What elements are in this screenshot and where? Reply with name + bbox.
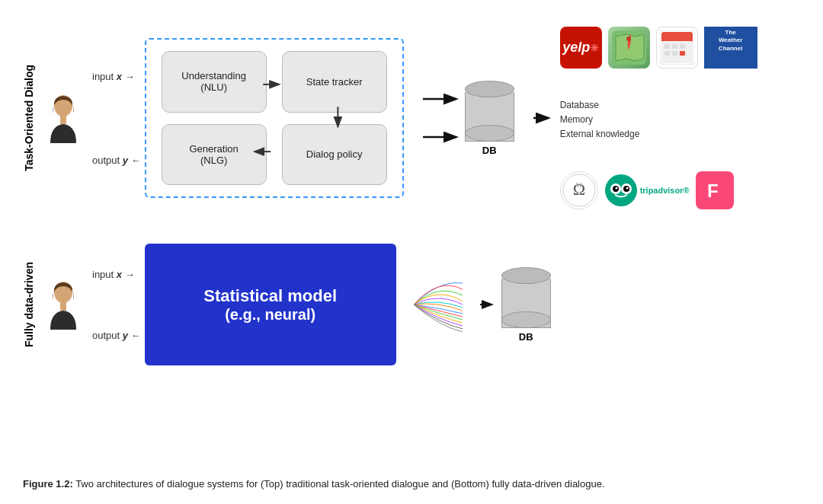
avatar-top — [43, 94, 85, 143]
svg-point-10 — [626, 37, 631, 41]
db-top-bottom — [501, 267, 551, 284]
nlg-module: Generation(NLG) — [162, 124, 267, 186]
map-icon — [608, 27, 650, 69]
right-icons-area: yelp✳ — [560, 27, 757, 209]
avatar-area-top — [43, 34, 85, 202]
svg-rect-17 — [664, 51, 670, 56]
avatar-bottom — [43, 280, 85, 330]
db-label-top: DB — [482, 145, 497, 156]
svg-point-23 — [605, 174, 637, 206]
knowledge-labels: Database Memory External knowledge — [560, 98, 640, 142]
top-icons-row: yelp✳ — [560, 27, 757, 69]
figure-caption: Figure 1.2: Two architectures of dialogu… — [23, 477, 800, 493]
state-tracker-module: State tracker — [282, 51, 387, 113]
statistical-model-box: Statistical model (e.g., neural) — [145, 244, 396, 365]
neural-cables — [408, 274, 469, 335]
top-section: Task-Oriented Dialog input x → o — [23, 15, 800, 221]
svg-rect-1 — [60, 115, 66, 124]
svg-rect-18 — [672, 51, 677, 56]
db-bottom — [465, 125, 514, 142]
bottom-icons-row: Ω W — [560, 171, 734, 209]
db-label-bottom: DB — [519, 331, 533, 343]
db-to-icons-arrow — [533, 95, 552, 141]
bottom-left-label: Fully data-driven — [23, 262, 35, 347]
cables-arrow-svg — [480, 293, 495, 316]
model-line1: Statistical model — [203, 286, 337, 306]
output-label-bottom: output y ← — [92, 330, 141, 341]
main-container: Task-Oriented Dialog input x → o — [0, 0, 823, 504]
figure-label: Figure 1.2: — [23, 478, 73, 490]
svg-rect-33 — [60, 301, 66, 311]
db-top — [465, 81, 514, 97]
pipeline-to-db-svg — [423, 72, 461, 164]
svg-rect-19 — [680, 51, 685, 56]
pipeline-container: Understanding(NLU) State tracker Generat… — [145, 38, 419, 198]
nlu-module: Understanding(NLU) — [162, 51, 267, 113]
cables-to-db-arrow — [480, 293, 495, 316]
foursquare-icon: F — [696, 171, 734, 209]
model-line2: (e.g., neural) — [225, 306, 315, 324]
svg-rect-14 — [664, 44, 670, 49]
db-cylinder-top — [465, 81, 514, 142]
weather-channel-icon: TheWeatherChannel — [704, 27, 757, 69]
svg-rect-12 — [661, 32, 693, 43]
to-db-arrows — [423, 72, 461, 164]
tripadvisor-icon: tripadvisor® — [604, 174, 690, 207]
avatar-area-bottom — [43, 244, 85, 365]
io-labels-top: input x → output y ← — [92, 34, 141, 202]
cables-svg — [408, 274, 469, 335]
wikipedia-icon: Ω W — [560, 171, 598, 209]
svg-text:F: F — [707, 180, 719, 201]
calendar-icon — [656, 27, 698, 69]
input-label-top: input x → — [92, 71, 141, 82]
db-cylinder-bottom — [501, 267, 551, 328]
io-labels-bottom: input x → output y ← — [92, 244, 141, 365]
svg-rect-15 — [672, 44, 677, 49]
input-label-bottom: input x → — [92, 269, 141, 280]
top-left-label: Task-Oriented Dialog — [23, 65, 35, 171]
svg-rect-16 — [680, 44, 685, 49]
db-area-top: DB — [465, 81, 514, 156]
svg-point-28 — [615, 187, 617, 190]
bottom-section: Fully data-driven input x → output y ← — [23, 232, 800, 377]
yelp-icon: yelp✳ — [560, 27, 602, 69]
svg-point-29 — [626, 187, 628, 190]
caption-text: Two architectures of dialogue systems fo… — [73, 478, 605, 490]
dashed-pipeline-box: Understanding(NLU) State tracker Generat… — [145, 38, 404, 198]
db-to-icons-svg — [533, 95, 552, 141]
dialog-policy-module: Dialog policy — [282, 124, 387, 186]
output-label-top: output y ← — [92, 155, 141, 166]
svg-text:W: W — [575, 181, 582, 189]
db-bottom-bottom — [501, 311, 551, 328]
db-area-bottom: DB — [501, 267, 551, 343]
